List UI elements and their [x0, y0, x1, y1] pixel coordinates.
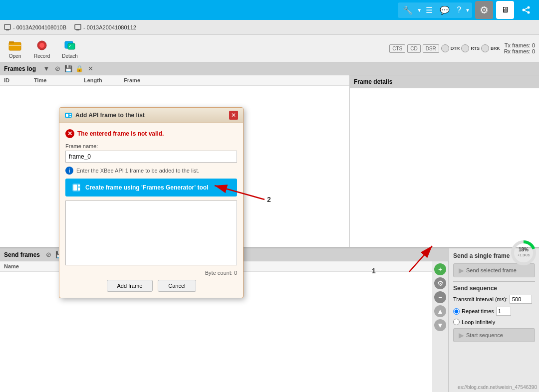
cancel-btn[interactable]: Cancel — [158, 280, 196, 292]
api-frame-icon — [64, 111, 72, 119]
frame-name-input[interactable] — [65, 151, 237, 163]
info-row: i Enter the XBee API 1 frame to be added… — [65, 167, 237, 175]
add-frame-btn[interactable]: Add frame — [107, 280, 153, 292]
modal-title-text: Add API frame to the list — [75, 112, 145, 119]
svg-rect-24 — [69, 116, 71, 117]
svg-rect-28 — [78, 188, 80, 191]
svg-rect-26 — [73, 185, 77, 191]
svg-rect-27 — [78, 185, 80, 187]
byte-count-label: Byte count: — [205, 270, 233, 276]
frame-text-area[interactable] — [65, 200, 237, 265]
svg-rect-23 — [69, 114, 71, 115]
modal-body: ✕ The entered frame is not valid. Frame … — [59, 123, 243, 298]
info-icon: i — [65, 167, 73, 175]
byte-count-row: Byte count: 0 — [65, 270, 237, 276]
modal-footer: Add frame Cancel — [65, 280, 237, 292]
svg-rect-22 — [66, 114, 68, 117]
create-frame-btn[interactable]: Create frame using 'Frames Generator' to… — [65, 179, 237, 196]
error-message: The entered frame is not valid. — [77, 130, 164, 137]
modal-titlebar: Add API frame to the list ✕ — [59, 108, 243, 123]
modal-title-row: Add API frame to the list — [64, 111, 145, 119]
modal-close-btn[interactable]: ✕ — [229, 111, 238, 120]
frames-generator-icon — [71, 183, 81, 193]
byte-count-value: 0 — [234, 270, 237, 276]
modal-overlay: Add API frame to the list ✕ ✕ The entere… — [0, 0, 539, 392]
frame-name-label: Frame name: — [65, 143, 237, 149]
info-text: Enter the XBee API 1 frame to be added t… — [76, 168, 199, 174]
error-row: ✕ The entered frame is not valid. — [65, 129, 237, 138]
error-icon: ✕ — [65, 129, 74, 138]
create-frame-label: Create frame using 'Frames Generator' to… — [85, 184, 208, 191]
add-api-frame-dialog: Add API frame to the list ✕ ✕ The entere… — [59, 107, 244, 298]
